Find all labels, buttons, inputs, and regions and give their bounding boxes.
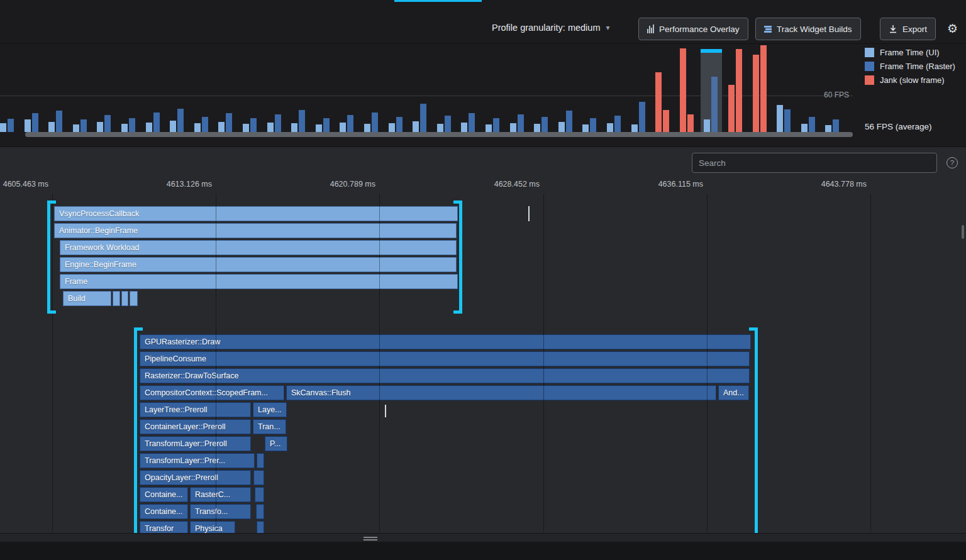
flame-event[interactable]: Containe... (140, 487, 188, 502)
export-button[interactable]: Export (880, 18, 936, 40)
flame-event[interactable] (121, 291, 128, 306)
fps-bar-ui[interactable] (194, 123, 201, 132)
vertical-scrollbar-thumb[interactable] (962, 225, 964, 239)
fps-bar-raster[interactable] (104, 115, 111, 132)
fps-bar-raster[interactable] (153, 113, 160, 132)
flame-event[interactable] (256, 504, 264, 519)
fps-bar-ui[interactable] (825, 125, 831, 132)
flame-event[interactable] (257, 453, 264, 468)
fps-bar-raster[interactable] (541, 117, 548, 132)
fps-bar-ui[interactable] (364, 124, 370, 132)
fps-bar-ui[interactable] (461, 123, 467, 132)
flame-event[interactable]: OpacityLayer::Preroll (140, 470, 251, 485)
flame-event[interactable] (257, 521, 264, 533)
splitter-drag-handle-icon[interactable] (364, 537, 377, 541)
fps-bar-raster[interactable] (396, 117, 402, 132)
fps-bar-raster[interactable] (202, 117, 208, 132)
flame-event[interactable]: VsyncProcessCallback (54, 206, 458, 221)
fps-bar-ui[interactable] (121, 124, 128, 132)
fps-bar-ui[interactable] (97, 122, 103, 132)
fps-bar-raster[interactable] (590, 118, 596, 132)
fps-bar-ui[interactable] (25, 119, 31, 132)
fps-bar-raster[interactable] (347, 115, 353, 132)
fps-bar-raster[interactable] (784, 109, 791, 132)
fps-bar-raster[interactable] (177, 109, 184, 132)
fps-bar-ui[interactable] (558, 122, 565, 132)
flame-event[interactable]: Laye... (253, 402, 287, 417)
frames-chart-scrollbar[interactable] (25, 132, 853, 137)
fps-bar-ui[interactable] (340, 123, 346, 132)
fps-bar-ui[interactable] (0, 123, 6, 132)
flame-event[interactable] (253, 470, 264, 485)
flame-event[interactable]: Transfo... (190, 504, 251, 519)
fps-bar-ui[interactable] (316, 124, 322, 132)
search-input[interactable] (692, 153, 937, 173)
fps-bar-ui[interactable] (510, 123, 516, 132)
flame-event[interactable]: TransformLayer::Prer... (140, 453, 255, 468)
flame-event[interactable]: TransformLayer::Preroll (140, 436, 251, 451)
fps-bar-raster[interactable] (663, 110, 669, 132)
fps-bar-raster[interactable] (833, 119, 839, 132)
fps-bar-raster[interactable] (80, 119, 87, 132)
fps-bar-ui[interactable] (437, 124, 443, 132)
flame-event[interactable]: Engine::BeginFrame (60, 257, 457, 272)
fps-bar-raster[interactable] (56, 111, 62, 132)
profile-granularity-dropdown[interactable]: Profile granularity: medium ▾ (492, 23, 610, 33)
fps-bar-ui[interactable] (582, 124, 589, 132)
flame-event[interactable]: PipelineConsume (140, 351, 750, 366)
fps-bar-raster[interactable] (518, 114, 524, 132)
flame-event[interactable]: RasterC... (190, 487, 251, 502)
fps-bar-ui[interactable] (243, 124, 249, 132)
fps-bar-ui[interactable] (413, 121, 419, 132)
track-widget-builds-button[interactable]: Track Widget Builds (755, 18, 861, 40)
fps-bar-ui[interactable] (607, 123, 613, 132)
gear-icon[interactable]: ⚙ (947, 21, 958, 36)
flame-event[interactable] (130, 291, 138, 306)
fps-bar-raster[interactable] (469, 113, 475, 132)
fps-bar-raster[interactable] (760, 45, 767, 132)
flame-event[interactable]: LayerTree::Preroll (140, 402, 251, 417)
performance-overlay-button[interactable]: Performance Overlay (638, 18, 748, 40)
fps-bar-ui[interactable] (534, 124, 540, 132)
fps-bar-ui[interactable] (389, 123, 395, 132)
horizontal-splitter[interactable] (0, 533, 966, 542)
fps-bar-ui[interactable] (680, 48, 686, 132)
fps-bar-raster[interactable] (566, 111, 572, 132)
flame-event[interactable]: Rasterizer::DrawToSurface (140, 368, 750, 383)
fps-bar-raster[interactable] (299, 110, 305, 132)
flame-event[interactable]: Build (63, 291, 111, 306)
fps-bar-raster[interactable] (445, 116, 451, 132)
fps-bar-raster[interactable] (323, 118, 330, 132)
fps-bar-raster[interactable] (687, 114, 694, 132)
flame-event[interactable]: Animator::BeginFrame (54, 223, 457, 238)
fps-bar-raster[interactable] (639, 102, 645, 132)
flame-event[interactable]: And... (718, 385, 749, 400)
fps-bar-raster[interactable] (372, 113, 378, 132)
fps-bar-ui[interactable] (777, 105, 783, 132)
fps-bar-ui[interactable] (704, 119, 710, 132)
flame-event[interactable]: ContainerLayer::Preroll (140, 419, 251, 434)
fps-bar-ui[interactable] (753, 55, 759, 132)
flame-event[interactable] (255, 487, 264, 502)
flame-event[interactable]: Framework Workload (60, 240, 457, 255)
fps-bar-ui[interactable] (486, 124, 492, 132)
fps-bar-raster[interactable] (275, 114, 281, 132)
fps-bar-raster[interactable] (32, 113, 38, 132)
fps-bar-ui[interactable] (170, 121, 176, 132)
fps-bar-raster[interactable] (493, 118, 499, 132)
fps-bar-raster[interactable] (8, 119, 14, 132)
flame-event[interactable]: Frame (60, 274, 458, 289)
fps-bar-ui[interactable] (48, 122, 55, 132)
fps-bar-raster[interactable] (614, 116, 621, 132)
flame-event[interactable]: P... (265, 436, 287, 451)
flame-event[interactable]: CompositorContext::ScopedFram... (140, 385, 284, 400)
flame-event[interactable]: GPURasterizer::Draw (140, 334, 751, 349)
fps-bar-ui[interactable] (146, 123, 152, 132)
fps-bar-raster[interactable] (809, 117, 815, 132)
fps-bar-raster[interactable] (129, 118, 135, 132)
fps-bar-raster[interactable] (420, 104, 426, 132)
fps-bar-raster[interactable] (736, 49, 742, 132)
fps-bar-ui[interactable] (218, 122, 225, 132)
fps-bar-ui[interactable] (291, 123, 297, 132)
help-icon[interactable]: ? (947, 157, 958, 168)
